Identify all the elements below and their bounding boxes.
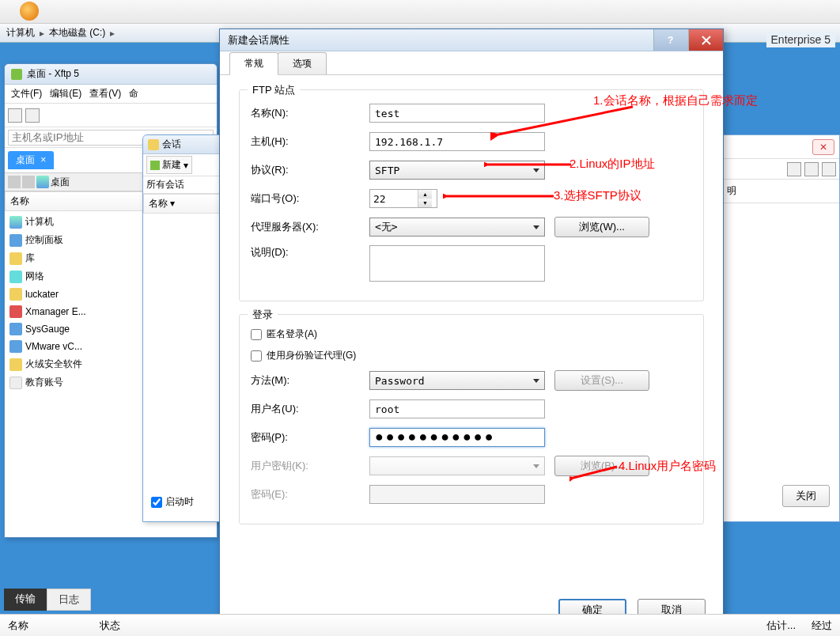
close-x-button[interactable]: ✕ (812, 139, 834, 155)
close-button[interactable]: 关闭 (782, 485, 830, 507)
label-anon: 匿名登录(A) (267, 327, 317, 341)
app-icon (9, 323, 22, 335)
col-est: 估计... (766, 619, 796, 633)
session-title-text: 会话 (162, 138, 181, 151)
spin-down-icon[interactable]: ▼ (418, 199, 432, 207)
dialog-titlebar[interactable]: 新建会话属性 ? (220, 29, 723, 51)
close-button[interactable] (688, 29, 723, 51)
library-icon (9, 252, 22, 265)
column-header-name[interactable]: 名称 ▾ (143, 194, 229, 214)
properties-dialog: 新建会话属性 ? 常规 选项 FTP 站点 名称(N): 主机(H): (219, 28, 724, 633)
folder-icon (9, 288, 22, 301)
control-panel-icon (9, 234, 22, 247)
userkey-combo (369, 456, 545, 475)
session-dialog: 会话 新建 ▾ 所有会话 名称 ▾ 启动时 (142, 134, 229, 522)
icon[interactable] (822, 162, 836, 176)
label-name: 名称(N): (251, 106, 369, 120)
taskbar (0, 0, 840, 24)
col-elapsed: 经过 (812, 619, 832, 633)
app-icon (20, 2, 39, 21)
bottom-tabs: 传输 日志 (4, 589, 91, 611)
tab-log[interactable]: 日志 (47, 589, 91, 611)
browse-key-button: 浏览(B)... (554, 456, 649, 476)
tab-desktop[interactable]: 桌面 × (8, 151, 54, 169)
group-title-ftp: FTP 站点 (248, 83, 300, 97)
menu-view[interactable]: 查看(V) (86, 85, 124, 102)
agent-checkbox[interactable] (251, 350, 262, 362)
chevron-down-icon (533, 225, 539, 229)
spin-up-icon[interactable]: ▲ (418, 190, 432, 199)
passphrase-input (369, 485, 545, 504)
session-icon (148, 139, 159, 150)
chevron-down-icon (533, 464, 539, 468)
label-user: 用户名(U): (251, 402, 369, 416)
menu-file[interactable]: 文件(F) (8, 85, 45, 102)
menu-cmd[interactable]: 命 (126, 85, 142, 102)
help-button[interactable]: ? (653, 29, 688, 51)
forward-icon[interactable] (22, 176, 35, 188)
password-input[interactable]: ●●●●●●●●●●● (369, 428, 545, 447)
column-header[interactable]: 明 (722, 180, 839, 203)
help-icon: ? (665, 34, 678, 47)
tab-options[interactable]: 选项 (278, 52, 327, 74)
app-icon (9, 358, 22, 371)
startup-checkbox[interactable] (151, 497, 162, 508)
nav-location: 桌面 (51, 176, 70, 189)
window-titlebar[interactable]: 桌面 - Xftp 5 (5, 64, 217, 85)
label-proxy: 代理服务器(X): (251, 220, 369, 234)
startup-label: 启动时 (165, 495, 194, 509)
label-passphrase: 密码(E): (251, 487, 369, 502)
port-input[interactable] (370, 190, 418, 207)
network-icon (9, 271, 22, 283)
session-tab-all[interactable]: 所有会话 (143, 176, 229, 194)
dialog-tabs: 常规 选项 (220, 51, 723, 75)
close-icon (700, 34, 713, 47)
new-icon (150, 161, 160, 170)
chevron-right-icon: ▸ (110, 28, 115, 39)
chevron-right-icon: ▸ (40, 28, 44, 39)
remote-title: Enterprise 5 (766, 32, 835, 47)
computer-icon (36, 176, 49, 188)
name-input[interactable] (369, 104, 545, 123)
tab-general[interactable]: 常规 (229, 52, 278, 75)
new-session-button[interactable]: 新建 ▾ (146, 156, 192, 174)
toolbar (5, 104, 217, 127)
browse-button[interactable]: 浏览(W)... (554, 217, 649, 237)
method-combo[interactable]: Password (369, 371, 545, 390)
back-icon[interactable] (8, 176, 21, 188)
tab-transfer[interactable]: 传输 (4, 589, 47, 611)
close-icon[interactable]: × (40, 154, 46, 165)
icon[interactable] (787, 162, 801, 176)
label-method: 方法(M): (251, 373, 369, 388)
session-titlebar[interactable]: 会话 (143, 135, 229, 154)
menu-bar[interactable]: 文件(F) 编辑(E) 查看(V) 命 (5, 85, 217, 104)
xftp-icon (11, 69, 22, 80)
app-icon (9, 305, 22, 318)
chevron-down-icon (533, 379, 539, 383)
crumb-disk[interactable]: 本地磁盘 (C:) (47, 26, 107, 40)
protocol-combo[interactable]: SFTP (369, 161, 545, 180)
open-icon[interactable] (25, 108, 40, 123)
computer-icon (9, 216, 22, 229)
description-textarea[interactable] (369, 245, 545, 282)
crumb-computer[interactable]: 计算机 (5, 26, 36, 40)
setup-button: 设置(S)... (554, 370, 649, 391)
svg-text:?: ? (668, 35, 673, 46)
new-tab-icon[interactable] (8, 108, 22, 123)
icon[interactable] (804, 162, 819, 176)
label-host: 主机(H): (251, 134, 369, 149)
label-password: 密码(P): (251, 430, 369, 445)
anon-checkbox[interactable] (251, 329, 262, 340)
group-login: 登录 匿名登录(A) 使用身份验证代理(G) 方法(M): Password 设… (239, 314, 704, 524)
label-desc: 说明(D): (251, 245, 369, 259)
file-icon (9, 377, 22, 389)
right-panel: ✕ 明 关闭 (721, 134, 840, 522)
menu-edit[interactable]: 编辑(E) (47, 85, 85, 102)
username-input[interactable] (369, 399, 545, 418)
label-port: 端口号(O): (251, 191, 369, 206)
host-input[interactable] (369, 132, 545, 151)
col-name: 名称 (8, 619, 28, 633)
startup-checkbox-row: 启动时 (151, 495, 194, 509)
port-spinner[interactable]: ▲ ▼ (369, 189, 437, 208)
proxy-combo[interactable]: <无> (369, 218, 545, 237)
